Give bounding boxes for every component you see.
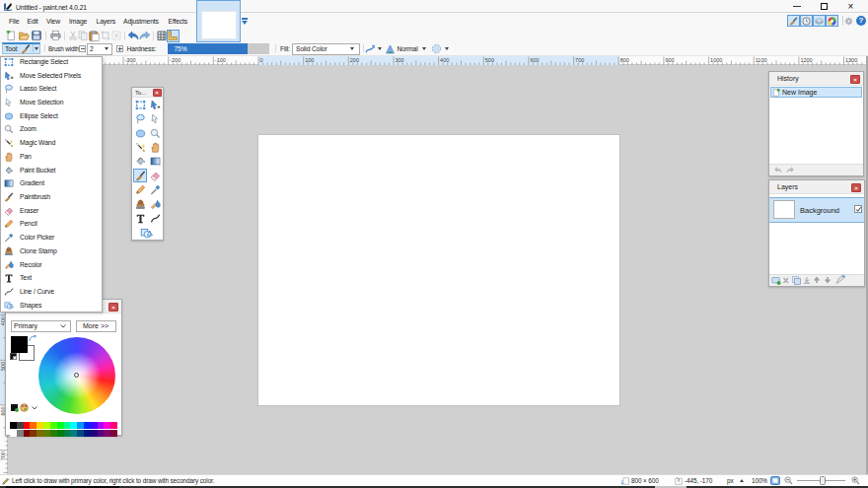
svg-text:200: 200 bbox=[350, 57, 359, 63]
svg-text:700: 700 bbox=[1, 452, 7, 460]
svg-text:0: 0 bbox=[260, 57, 263, 63]
svg-text:800: 800 bbox=[620, 57, 629, 63]
svg-text:-100: -100 bbox=[215, 57, 226, 63]
svg-text:1300: 1300 bbox=[845, 57, 857, 63]
svg-text:400: 400 bbox=[440, 57, 449, 63]
svg-text:1200: 1200 bbox=[800, 57, 812, 63]
svg-text:1100: 1100 bbox=[756, 57, 767, 63]
svg-text:-300: -300 bbox=[125, 57, 136, 63]
svg-text:700: 700 bbox=[575, 57, 584, 63]
svg-text:-200: -200 bbox=[170, 57, 181, 63]
svg-text:900: 900 bbox=[665, 57, 674, 63]
svg-text:500: 500 bbox=[485, 57, 494, 63]
svg-text:100: 100 bbox=[305, 57, 314, 63]
svg-text:600: 600 bbox=[530, 57, 539, 63]
svg-text:300: 300 bbox=[396, 57, 404, 63]
svg-text:1000: 1000 bbox=[710, 57, 722, 63]
